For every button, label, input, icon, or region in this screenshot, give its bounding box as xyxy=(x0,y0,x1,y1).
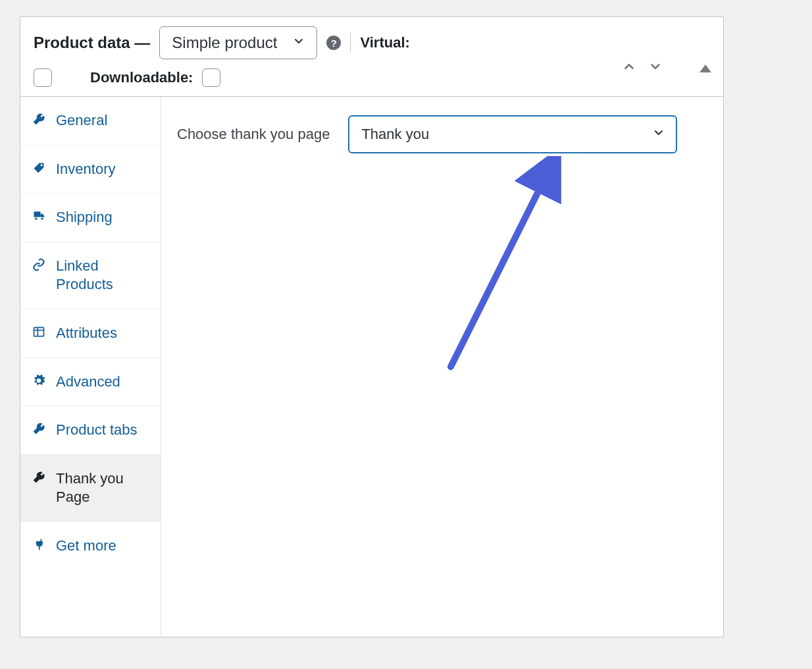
list-icon xyxy=(31,325,47,338)
svg-point-0 xyxy=(35,218,37,220)
tab-attributes[interactable]: Attributes xyxy=(20,309,161,358)
svg-rect-2 xyxy=(34,327,44,336)
tab-content: Choose thank you page Thank you xyxy=(161,97,723,637)
downloadable-checkbox[interactable] xyxy=(202,68,220,87)
tab-label: Advanced xyxy=(56,373,120,392)
svg-point-1 xyxy=(41,218,43,220)
panel-title: Product data — xyxy=(34,34,150,52)
product-data-panel: Product data — Simple product ? Virtual:… xyxy=(20,16,724,637)
tab-general[interactable]: General xyxy=(20,97,161,146)
panel-header: Product data — Simple product ? Virtual:… xyxy=(20,17,723,97)
tab-label: Inventory xyxy=(56,160,116,179)
gear-icon xyxy=(31,374,47,387)
move-down-icon[interactable] xyxy=(648,59,663,77)
move-up-icon[interactable] xyxy=(622,59,636,77)
choose-thank-you-page-label: Choose thank you page xyxy=(177,126,330,143)
tab-thank-you-page[interactable]: Thank you Page xyxy=(20,455,161,522)
header-row-2: Downloadable: xyxy=(34,68,220,87)
wrench-icon xyxy=(31,471,47,484)
tab-advanced[interactable]: Advanced xyxy=(20,358,161,407)
tab-linked-products[interactable]: Linked Products xyxy=(20,242,161,309)
thank-you-page-select[interactable]: Thank you xyxy=(348,115,677,153)
tab-label: Attributes xyxy=(56,324,117,343)
plug-icon xyxy=(31,538,47,551)
tag-icon xyxy=(31,161,47,174)
panel-controls xyxy=(622,59,711,77)
product-type-select[interactable]: Simple product xyxy=(159,26,317,59)
wrench-icon xyxy=(31,422,47,435)
thank-you-page-field: Choose thank you page Thank you xyxy=(177,115,707,153)
tab-get-more[interactable]: Get more xyxy=(20,522,161,570)
link-icon xyxy=(31,258,47,271)
wrench-icon xyxy=(31,113,47,126)
truck-icon xyxy=(31,209,47,223)
help-icon[interactable]: ? xyxy=(326,36,341,50)
tab-inventory[interactable]: Inventory xyxy=(20,146,161,194)
tab-label: Thank you Page xyxy=(56,469,150,507)
virtual-label: Virtual: xyxy=(360,34,409,51)
tab-product-tabs[interactable]: Product tabs xyxy=(20,406,161,455)
tab-shipping[interactable]: Shipping xyxy=(20,194,161,242)
annotation-arrow-icon xyxy=(444,156,576,373)
tab-label: Shipping xyxy=(56,208,113,227)
product-type-select-wrap: Simple product xyxy=(159,26,317,59)
separator xyxy=(350,33,351,53)
header-row-1: Product data — Simple product ? Virtual: xyxy=(34,26,710,59)
thank-you-page-select-wrap: Thank you xyxy=(348,115,677,153)
panel-body: General Inventory Shipping Linked Produc… xyxy=(20,97,723,637)
tab-label: Linked Products xyxy=(56,257,150,294)
virtual-checkbox[interactable] xyxy=(34,68,52,87)
collapse-toggle-icon[interactable] xyxy=(699,65,711,72)
tab-label: Product tabs xyxy=(56,421,138,440)
tab-label: General xyxy=(56,111,107,130)
svg-line-5 xyxy=(451,169,549,367)
tab-label: Get more xyxy=(56,537,116,556)
tabs-sidebar: General Inventory Shipping Linked Produc… xyxy=(20,97,161,637)
downloadable-label: Downloadable: xyxy=(90,69,193,86)
